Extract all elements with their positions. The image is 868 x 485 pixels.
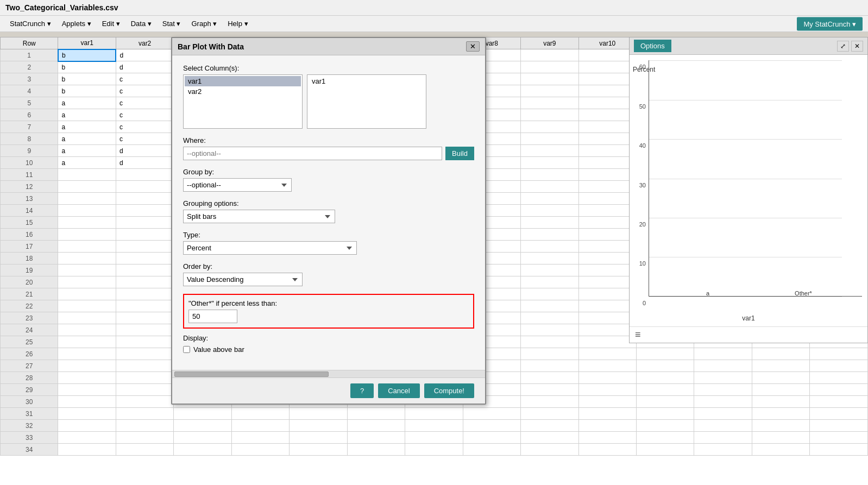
menu-help[interactable]: Help ▾	[223, 18, 252, 29]
my-statcrunch-button[interactable]: My StatCrunch ▾	[797, 17, 863, 30]
menu-edit[interactable]: Edit ▾	[98, 18, 124, 29]
menu-stat[interactable]: Stat ▾	[158, 18, 185, 29]
app-title: Two_Categorical_Variables.csv	[5, 3, 118, 12]
menu-data[interactable]: Data ▾	[127, 18, 156, 29]
menu-bar: StatCrunch ▾ Applets ▾ Edit ▾ Data ▾ Sta…	[0, 16, 868, 32]
title-bar: Two_Categorical_Variables.csv	[0, 0, 868, 16]
menu-applets[interactable]: Applets ▾	[58, 18, 96, 29]
menu-graph[interactable]: Graph ▾	[187, 18, 221, 29]
menu-statcrunch[interactable]: StatCrunch ▾	[5, 18, 55, 29]
